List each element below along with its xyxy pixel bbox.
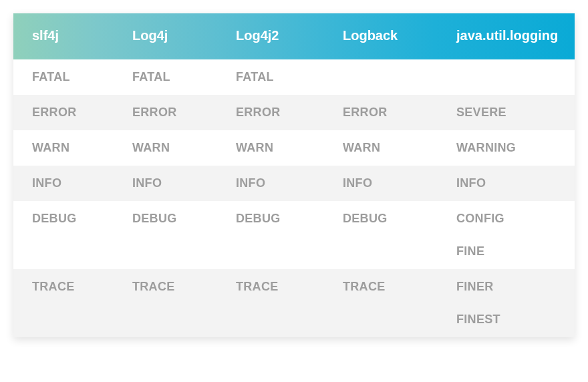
cell-log4j: WARN: [114, 130, 217, 166]
cell-logback: [324, 59, 438, 81]
cell-slf4j: WARN: [13, 130, 114, 166]
log-level-table: slf4j Log4j Log4j2 Logback java.util.log…: [13, 13, 575, 337]
table-header-row: slf4j Log4j Log4j2 Logback java.util.log…: [13, 13, 575, 59]
header-log4j2: Log4j2: [217, 28, 324, 43]
cell-jul: CONFIG FINE: [438, 201, 575, 269]
jul-level: WARNING: [456, 141, 575, 155]
table-row: TRACE TRACE TRACE TRACE FINER FINEST: [13, 269, 575, 337]
cell-log4j: TRACE: [114, 269, 217, 305]
table-row: DEBUG DEBUG DEBUG DEBUG CONFIG FINE: [13, 201, 575, 269]
cell-logback: TRACE: [324, 269, 438, 305]
cell-slf4j: TRACE: [13, 269, 114, 305]
cell-log4j2: WARN: [217, 130, 324, 166]
jul-level: INFO: [456, 176, 575, 190]
cell-jul: [438, 59, 575, 81]
cell-slf4j: INFO: [13, 166, 114, 201]
cell-log4j2: INFO: [217, 166, 324, 201]
cell-slf4j: DEBUG: [13, 201, 114, 236]
table-row: FATAL FATAL FATAL: [13, 59, 575, 95]
cell-jul: WARNING: [438, 130, 575, 166]
cell-jul: SEVERE: [438, 95, 575, 130]
cell-log4j2: ERROR: [217, 95, 324, 130]
jul-level: FINEST: [456, 313, 575, 327]
cell-logback: ERROR: [324, 95, 438, 130]
cell-log4j: FATAL: [114, 59, 217, 95]
cell-log4j: INFO: [114, 166, 217, 201]
table-row: WARN WARN WARN WARN WARNING: [13, 130, 575, 166]
cell-slf4j: ERROR: [13, 95, 114, 130]
cell-log4j2: DEBUG: [217, 201, 324, 236]
header-logback: Logback: [324, 28, 438, 43]
header-jul: java.util.logging: [438, 28, 575, 43]
table-body: FATAL FATAL FATAL ERROR ERROR ERROR ERRO…: [13, 59, 575, 337]
jul-level: SEVERE: [456, 106, 575, 120]
table-row: INFO INFO INFO INFO INFO: [13, 166, 575, 201]
cell-logback: INFO: [324, 166, 438, 201]
cell-logback: WARN: [324, 130, 438, 166]
cell-logback: DEBUG: [324, 201, 438, 236]
jul-level: FINE: [456, 244, 575, 258]
cell-slf4j: FATAL: [13, 59, 114, 95]
cell-log4j: ERROR: [114, 95, 217, 130]
cell-log4j: DEBUG: [114, 201, 217, 236]
jul-level: CONFIG: [456, 212, 575, 226]
table-row: ERROR ERROR ERROR ERROR SEVERE: [13, 95, 575, 130]
jul-level: FINER: [456, 280, 575, 294]
cell-jul: FINER FINEST: [438, 269, 575, 337]
cell-log4j2: TRACE: [217, 269, 324, 305]
header-slf4j: slf4j: [13, 28, 114, 43]
cell-jul: INFO: [438, 166, 575, 201]
cell-log4j2: FATAL: [217, 59, 324, 95]
header-log4j: Log4j: [114, 28, 217, 43]
